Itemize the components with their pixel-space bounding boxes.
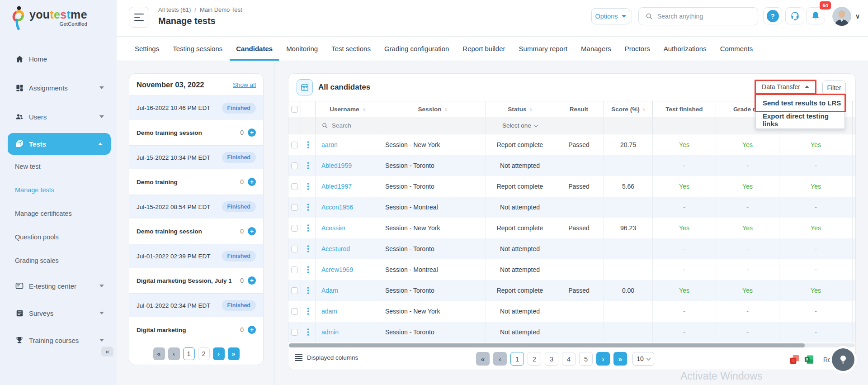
sort-icon[interactable]: ↑↓ <box>642 107 645 112</box>
sidebar-item-users[interactable]: Users <box>0 102 117 131</box>
sort-icon[interactable]: ↑↓ <box>362 107 365 112</box>
row-checkbox[interactable] <box>291 287 298 294</box>
tab-report-builder[interactable]: Report builder <box>462 37 505 61</box>
avatar[interactable] <box>832 7 851 26</box>
sessions-page-button-1[interactable]: 1 <box>183 347 195 360</box>
horizontal-scrollbar[interactable] <box>289 343 855 347</box>
help-button[interactable]: ? <box>763 7 782 24</box>
sidebar-item-assignments[interactable]: Assignments <box>0 73 117 102</box>
session-name-row[interactable]: Demo training session0+ <box>129 120 263 145</box>
breadcrumb[interactable]: All tests (61)/Main Demo Test <box>158 6 242 13</box>
sort-icon[interactable]: ↑↓ <box>444 107 447 112</box>
filter-button[interactable]: Filter <box>822 81 846 95</box>
options-button[interactable]: Options <box>591 8 630 24</box>
row-checkbox[interactable] <box>291 266 298 273</box>
sessions-next-page-button[interactable]: › <box>213 347 225 360</box>
sidebar-item-new-test[interactable]: New test <box>0 155 117 178</box>
row-menu-kebab[interactable] <box>301 322 316 342</box>
session-name-row[interactable]: Demo training0+ <box>129 169 263 195</box>
notifications-button[interactable] <box>806 7 825 24</box>
sidebar-item-grading-scales[interactable]: Grading scales <box>0 249 117 272</box>
sidebar-item-manage-tests[interactable]: Manage tests <box>0 178 117 202</box>
tab-test-sections[interactable]: Test sections <box>331 37 371 61</box>
username-link[interactable]: Accon1956 <box>316 197 379 218</box>
tab-grading-configuration[interactable]: Grading configuration <box>384 37 449 61</box>
sidebar-item-surveys[interactable]: Surveys <box>0 299 117 327</box>
tab-settings[interactable]: Settings <box>135 37 159 61</box>
sort-icon[interactable]: ↑↓ <box>529 107 532 112</box>
tab-proctors[interactable]: Proctors <box>625 37 650 61</box>
sidebar-item-manage-certificates[interactable]: Manage certificates <box>0 202 117 225</box>
row-checkbox[interactable] <box>291 204 298 211</box>
sessions-last-page-button[interactable]: » <box>228 347 240 360</box>
candidates-page-button-2[interactable]: 2 <box>528 352 541 366</box>
sidebar-item-question-pools[interactable]: Question pools <box>0 225 117 249</box>
candidates-page-button-1[interactable]: 1 <box>510 352 524 366</box>
row-checkbox[interactable] <box>291 142 298 148</box>
tab-candidates[interactable]: Candidates <box>236 37 273 61</box>
sessions-prev-page-button[interactable]: ‹ <box>168 347 180 360</box>
menu-toggle-button[interactable] <box>129 7 149 28</box>
username-link[interactable]: Abled1997 <box>316 176 379 197</box>
session-date-row[interactable]: Jul-01-2022 02:39 PM EDTFinished <box>129 244 263 268</box>
account-menu-chevron[interactable]: ∨ <box>855 13 860 20</box>
candidates-prev-page-button[interactable]: ‹ <box>493 352 507 366</box>
row-menu-kebab[interactable] <box>301 280 316 301</box>
tab-comments[interactable]: Comments <box>720 37 753 61</box>
session-date-row[interactable]: Jul-15-2022 08:54 PM EDTFinished <box>129 195 263 219</box>
menu-item-export-direct-testing-links[interactable]: Export direct testing links <box>756 111 844 128</box>
username-link[interactable]: Adam <box>316 280 379 301</box>
sidebar-collapse-button[interactable]: « <box>101 347 113 356</box>
sidebar-item-home[interactable]: Home <box>0 44 117 73</box>
status-filter-select[interactable]: Select one <box>486 117 554 134</box>
scrollbar-thumb[interactable] <box>289 343 805 347</box>
help-bubble-button[interactable] <box>832 348 854 371</box>
username-link[interactable]: admin <box>316 322 379 342</box>
row-menu-kebab[interactable] <box>301 176 316 197</box>
row-menu-kebab[interactable] <box>301 155 316 176</box>
tab-monitoring[interactable]: Monitoring <box>286 37 318 61</box>
row-checkbox[interactable] <box>291 308 298 315</box>
candidates-page-button-4[interactable]: 4 <box>562 352 576 366</box>
sidebar-item-e-testing-center[interactable]: E-testing center <box>0 272 117 299</box>
candidates-page-button-5[interactable]: 5 <box>579 352 593 366</box>
page-size-select[interactable]: 10 <box>632 352 654 366</box>
add-candidate-icon[interactable]: + <box>248 326 256 334</box>
global-search-input[interactable]: Search anything <box>638 7 758 25</box>
candidates-last-page-button[interactable]: » <box>613 352 627 366</box>
displayed-columns-button[interactable]: Displayed columns <box>295 354 358 361</box>
username-link[interactable]: Acrew1969 <box>316 259 379 280</box>
candidates-page-button-3[interactable]: 3 <box>545 352 558 366</box>
tab-testing-sessions[interactable]: Testing sessions <box>173 37 222 61</box>
row-menu-kebab[interactable] <box>301 259 316 280</box>
row-checkbox[interactable] <box>291 225 298 232</box>
row-menu-kebab[interactable] <box>301 134 316 155</box>
row-menu-kebab[interactable] <box>301 238 316 259</box>
tab-summary-report[interactable]: Summary report <box>519 37 568 61</box>
sessions-first-page-button[interactable]: « <box>153 347 165 360</box>
username-filter-input[interactable]: Search <box>316 117 379 134</box>
row-menu-kebab[interactable] <box>301 218 316 238</box>
row-checkbox[interactable] <box>291 246 298 252</box>
tab-managers[interactable]: Managers <box>581 37 611 61</box>
candidates-next-page-button[interactable]: › <box>596 352 610 366</box>
row-checkbox[interactable] <box>291 162 298 169</box>
export-pdf-icon[interactable] <box>789 354 800 366</box>
support-button[interactable] <box>785 7 804 24</box>
export-excel-icon[interactable]: X <box>804 354 814 366</box>
row-checkbox[interactable] <box>291 183 298 190</box>
session-name-row[interactable]: Demo training session0+ <box>129 219 263 244</box>
candidates-first-page-button[interactable]: « <box>476 352 490 366</box>
breadcrumb-all-tests[interactable]: All tests (61) <box>158 6 191 13</box>
add-candidate-icon[interactable]: + <box>248 178 256 186</box>
row-menu-kebab[interactable] <box>301 301 316 322</box>
select-all-checkbox[interactable] <box>291 106 298 113</box>
session-date-row[interactable]: Jul-01-2022 02:34 PM EDTFinished <box>129 293 263 317</box>
add-candidate-icon[interactable]: + <box>248 128 256 137</box>
add-candidate-icon[interactable]: + <box>248 276 256 285</box>
session-date-row[interactable]: Jul-15-2022 10:34 PM EDTFinished <box>129 145 263 169</box>
sidebar-item-training-courses[interactable]: Training courses <box>0 327 117 354</box>
add-candidate-icon[interactable]: + <box>248 227 256 235</box>
tab-authorizations[interactable]: Authorizations <box>664 37 707 61</box>
username-link[interactable]: Acessier <box>316 218 379 238</box>
